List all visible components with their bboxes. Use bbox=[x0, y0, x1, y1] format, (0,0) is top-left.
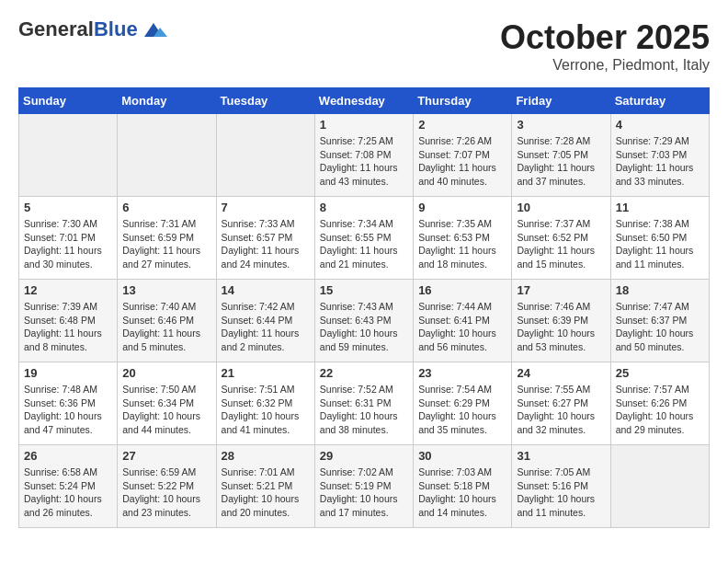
page-header: GeneralBlue October 2025 Verrone, Piedmo… bbox=[18, 18, 710, 74]
calendar-cell bbox=[19, 114, 118, 197]
calendar-cell: 14Sunrise: 7:42 AM Sunset: 6:44 PM Dayli… bbox=[216, 280, 314, 362]
calendar-cell: 2Sunrise: 7:26 AM Sunset: 7:07 PM Daylig… bbox=[414, 114, 512, 197]
day-number: 25 bbox=[616, 366, 704, 380]
day-info: Sunrise: 7:35 AM Sunset: 6:53 PM Dayligh… bbox=[418, 217, 506, 271]
day-info: Sunrise: 7:39 AM Sunset: 6:48 PM Dayligh… bbox=[24, 300, 112, 354]
weekday-header-monday: Monday bbox=[118, 88, 216, 114]
calendar-cell: 17Sunrise: 7:46 AM Sunset: 6:39 PM Dayli… bbox=[512, 280, 610, 362]
calendar-cell: 19Sunrise: 7:48 AM Sunset: 6:36 PM Dayli… bbox=[19, 362, 118, 445]
calendar-cell: 5Sunrise: 7:30 AM Sunset: 7:01 PM Daylig… bbox=[19, 197, 118, 280]
day-number: 15 bbox=[320, 283, 408, 297]
day-info: Sunrise: 7:40 AM Sunset: 6:46 PM Dayligh… bbox=[122, 300, 210, 354]
day-info: Sunrise: 7:03 AM Sunset: 5:18 PM Dayligh… bbox=[418, 465, 506, 520]
day-number: 30 bbox=[418, 449, 506, 463]
day-info: Sunrise: 7:52 AM Sunset: 6:31 PM Dayligh… bbox=[320, 383, 408, 437]
day-info: Sunrise: 7:28 AM Sunset: 7:05 PM Dayligh… bbox=[517, 134, 605, 189]
day-number: 21 bbox=[222, 366, 310, 380]
day-info: Sunrise: 7:44 AM Sunset: 6:41 PM Dayligh… bbox=[418, 300, 506, 354]
calendar-cell: 27Sunrise: 6:59 AM Sunset: 5:22 PM Dayli… bbox=[118, 445, 216, 528]
day-number: 6 bbox=[122, 201, 210, 214]
day-info: Sunrise: 7:47 AM Sunset: 6:37 PM Dayligh… bbox=[616, 300, 704, 354]
calendar-week-row: 12Sunrise: 7:39 AM Sunset: 6:48 PM Dayli… bbox=[19, 280, 710, 362]
calendar-cell: 29Sunrise: 7:02 AM Sunset: 5:19 PM Dayli… bbox=[314, 445, 413, 528]
day-number: 10 bbox=[517, 201, 605, 214]
day-info: Sunrise: 7:57 AM Sunset: 6:26 PM Dayligh… bbox=[616, 383, 704, 437]
calendar-week-row: 1Sunrise: 7:25 AM Sunset: 7:08 PM Daylig… bbox=[19, 114, 710, 197]
day-number: 29 bbox=[320, 449, 408, 463]
month-title: October 2025 bbox=[500, 18, 710, 57]
day-info: Sunrise: 7:05 AM Sunset: 5:16 PM Dayligh… bbox=[517, 465, 605, 520]
day-info: Sunrise: 6:59 AM Sunset: 5:22 PM Dayligh… bbox=[122, 465, 210, 520]
weekday-header-friday: Friday bbox=[512, 88, 610, 114]
day-number: 13 bbox=[122, 283, 210, 297]
day-number: 23 bbox=[418, 366, 506, 380]
calendar-cell: 12Sunrise: 7:39 AM Sunset: 6:48 PM Dayli… bbox=[19, 280, 118, 362]
day-info: Sunrise: 6:58 AM Sunset: 5:24 PM Dayligh… bbox=[24, 465, 112, 520]
day-info: Sunrise: 7:02 AM Sunset: 5:19 PM Dayligh… bbox=[320, 465, 408, 520]
weekday-header-thursday: Thursday bbox=[414, 88, 512, 114]
calendar-cell: 20Sunrise: 7:50 AM Sunset: 6:34 PM Dayli… bbox=[118, 362, 216, 445]
calendar-cell: 10Sunrise: 7:37 AM Sunset: 6:52 PM Dayli… bbox=[512, 197, 610, 280]
calendar-cell: 7Sunrise: 7:33 AM Sunset: 6:57 PM Daylig… bbox=[216, 197, 314, 280]
weekday-header-saturday: Saturday bbox=[610, 88, 709, 114]
location: Verrone, Piedmont, Italy bbox=[500, 57, 710, 74]
day-number: 11 bbox=[616, 201, 704, 214]
weekday-header-row: SundayMondayTuesdayWednesdayThursdayFrid… bbox=[19, 88, 710, 114]
day-info: Sunrise: 7:25 AM Sunset: 7:08 PM Dayligh… bbox=[320, 134, 408, 189]
day-info: Sunrise: 7:42 AM Sunset: 6:44 PM Dayligh… bbox=[222, 300, 310, 354]
day-number: 26 bbox=[24, 449, 112, 463]
title-block: October 2025 Verrone, Piedmont, Italy bbox=[500, 18, 710, 74]
logo-icon bbox=[140, 18, 167, 41]
calendar-cell: 1Sunrise: 7:25 AM Sunset: 7:08 PM Daylig… bbox=[314, 114, 413, 197]
day-number: 1 bbox=[320, 118, 408, 132]
weekday-header-wednesday: Wednesday bbox=[314, 88, 413, 114]
day-info: Sunrise: 7:38 AM Sunset: 6:50 PM Dayligh… bbox=[616, 217, 704, 271]
logo: GeneralBlue bbox=[18, 18, 167, 41]
weekday-header-tuesday: Tuesday bbox=[216, 88, 314, 114]
calendar-cell: 11Sunrise: 7:38 AM Sunset: 6:50 PM Dayli… bbox=[610, 197, 709, 280]
logo-blue: Blue bbox=[94, 17, 138, 40]
calendar-cell: 24Sunrise: 7:55 AM Sunset: 6:27 PM Dayli… bbox=[512, 362, 610, 445]
day-number: 18 bbox=[616, 283, 704, 297]
day-info: Sunrise: 7:46 AM Sunset: 6:39 PM Dayligh… bbox=[517, 300, 605, 354]
day-number: 8 bbox=[320, 201, 408, 214]
day-number: 22 bbox=[320, 366, 408, 380]
calendar-cell bbox=[610, 445, 709, 528]
calendar-cell: 30Sunrise: 7:03 AM Sunset: 5:18 PM Dayli… bbox=[414, 445, 512, 528]
day-info: Sunrise: 7:54 AM Sunset: 6:29 PM Dayligh… bbox=[418, 383, 506, 437]
calendar-cell: 15Sunrise: 7:43 AM Sunset: 6:43 PM Dayli… bbox=[314, 280, 413, 362]
day-info: Sunrise: 7:55 AM Sunset: 6:27 PM Dayligh… bbox=[517, 383, 605, 437]
logo-general: General bbox=[18, 17, 94, 40]
day-info: Sunrise: 7:48 AM Sunset: 6:36 PM Dayligh… bbox=[24, 383, 112, 437]
day-info: Sunrise: 7:50 AM Sunset: 6:34 PM Dayligh… bbox=[122, 383, 210, 437]
day-info: Sunrise: 7:43 AM Sunset: 6:43 PM Dayligh… bbox=[320, 300, 408, 354]
calendar-cell: 25Sunrise: 7:57 AM Sunset: 6:26 PM Dayli… bbox=[610, 362, 709, 445]
day-number: 9 bbox=[418, 201, 506, 214]
day-number: 2 bbox=[418, 118, 506, 132]
calendar-cell: 4Sunrise: 7:29 AM Sunset: 7:03 PM Daylig… bbox=[610, 114, 709, 197]
day-info: Sunrise: 7:31 AM Sunset: 6:59 PM Dayligh… bbox=[122, 217, 210, 271]
calendar-cell: 9Sunrise: 7:35 AM Sunset: 6:53 PM Daylig… bbox=[414, 197, 512, 280]
day-number: 14 bbox=[222, 283, 310, 297]
calendar-cell: 23Sunrise: 7:54 AM Sunset: 6:29 PM Dayli… bbox=[414, 362, 512, 445]
day-info: Sunrise: 7:33 AM Sunset: 6:57 PM Dayligh… bbox=[222, 217, 310, 271]
calendar-cell: 26Sunrise: 6:58 AM Sunset: 5:24 PM Dayli… bbox=[19, 445, 118, 528]
calendar-cell: 3Sunrise: 7:28 AM Sunset: 7:05 PM Daylig… bbox=[512, 114, 610, 197]
calendar-cell bbox=[216, 114, 314, 197]
day-info: Sunrise: 7:34 AM Sunset: 6:55 PM Dayligh… bbox=[320, 217, 408, 271]
day-number: 5 bbox=[24, 201, 112, 214]
day-number: 27 bbox=[122, 449, 210, 463]
day-info: Sunrise: 7:29 AM Sunset: 7:03 PM Dayligh… bbox=[616, 134, 704, 189]
calendar-table: SundayMondayTuesdayWednesdayThursdayFrid… bbox=[18, 87, 710, 528]
day-info: Sunrise: 7:51 AM Sunset: 6:32 PM Dayligh… bbox=[222, 383, 310, 437]
day-number: 31 bbox=[517, 449, 605, 463]
day-number: 28 bbox=[222, 449, 310, 463]
calendar-cell: 6Sunrise: 7:31 AM Sunset: 6:59 PM Daylig… bbox=[118, 197, 216, 280]
calendar-cell bbox=[118, 114, 216, 197]
calendar-week-row: 5Sunrise: 7:30 AM Sunset: 7:01 PM Daylig… bbox=[19, 197, 710, 280]
day-info: Sunrise: 7:01 AM Sunset: 5:21 PM Dayligh… bbox=[222, 465, 310, 520]
weekday-header-sunday: Sunday bbox=[19, 88, 118, 114]
calendar-cell: 16Sunrise: 7:44 AM Sunset: 6:41 PM Dayli… bbox=[414, 280, 512, 362]
calendar-week-row: 26Sunrise: 6:58 AM Sunset: 5:24 PM Dayli… bbox=[19, 445, 710, 528]
day-info: Sunrise: 7:26 AM Sunset: 7:07 PM Dayligh… bbox=[418, 134, 506, 189]
